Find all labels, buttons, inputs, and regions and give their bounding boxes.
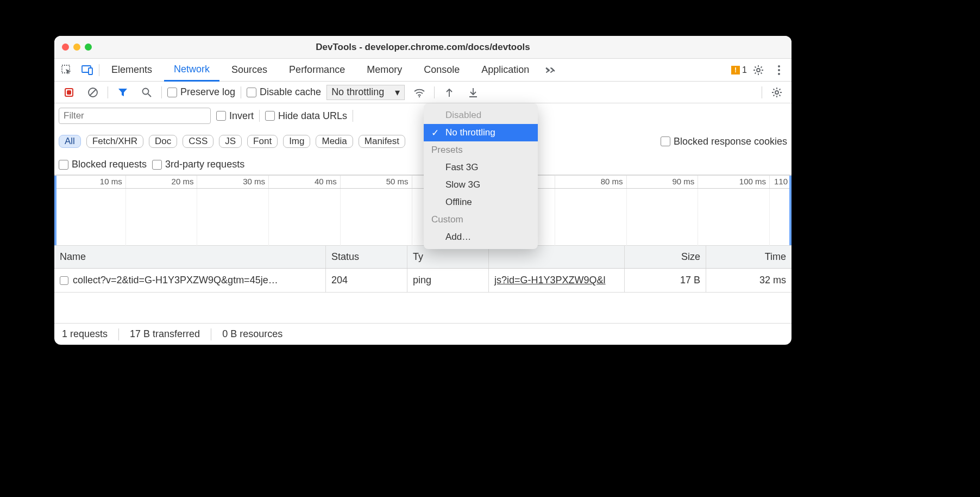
divider (259, 110, 260, 122)
preserve-log-label: Preserve log (180, 86, 235, 98)
timeline-left-handle[interactable] (54, 176, 56, 245)
blocked-requests-label: Blocked requests (72, 159, 147, 170)
titlebar: DevTools - developer.chrome.com/docs/dev… (54, 36, 791, 59)
header-name[interactable]: Name (54, 246, 326, 268)
divider (241, 86, 241, 98)
filter-type-all[interactable]: All (59, 135, 81, 148)
timeline-tick: 90 ms (627, 176, 699, 188)
svg-point-4 (778, 65, 780, 67)
issues-badge[interactable]: ! 1 (731, 65, 747, 75)
close-window-button[interactable] (62, 44, 69, 51)
throttling-option-fast-3g[interactable]: Fast 3G (424, 159, 538, 176)
maximize-window-button[interactable] (85, 44, 92, 51)
tab-network[interactable]: Network (164, 59, 219, 82)
svg-point-5 (778, 69, 780, 71)
filter-type-js[interactable]: JS (219, 135, 242, 148)
request-checkbox[interactable] (60, 276, 68, 285)
filter-icon[interactable] (114, 83, 132, 102)
filter-type-media[interactable]: Media (316, 135, 353, 148)
request-initiator[interactable]: js?id=G-H1Y3PXZW9Q&l (489, 269, 625, 292)
footer-resources: 0 B resources (222, 328, 282, 340)
divider (353, 110, 353, 122)
minimize-window-button[interactable] (73, 44, 80, 51)
throttling-select[interactable]: No throttling ▾ (326, 85, 405, 100)
timeline-tick: 100 ms (698, 176, 770, 188)
export-har-icon[interactable] (464, 83, 482, 102)
throttling-custom-header: Custom (424, 211, 538, 228)
clear-icon[interactable] (84, 83, 102, 102)
request-time: 32 ms (706, 269, 791, 292)
settings-icon[interactable] (749, 61, 768, 79)
filter-type-css[interactable]: CSS (183, 135, 213, 148)
request-name: collect?v=2&tid=G-H1Y3PXZW9Q&gtm=45je… (73, 275, 278, 286)
dropdown-triangle-icon: ▾ (395, 86, 400, 98)
timeline-tick: 80 ms (555, 176, 627, 188)
invert-checkbox[interactable]: Invert (216, 110, 254, 122)
hide-data-urls-label: Hide data URLs (278, 110, 347, 122)
timeline-tick: 50 ms (341, 176, 412, 188)
timeline-tick: 110 (770, 176, 791, 188)
filter-input[interactable] (59, 108, 211, 124)
header-time[interactable]: Time (706, 246, 791, 268)
svg-rect-2 (89, 68, 92, 74)
preserve-log-checkbox[interactable]: Preserve log (167, 86, 235, 98)
tab-performance[interactable]: Performance (279, 59, 355, 82)
tab-elements[interactable]: Elements (102, 59, 162, 82)
main-tabbar: Elements Network Sources Performance Mem… (54, 59, 791, 82)
svg-line-10 (148, 94, 152, 97)
header-size[interactable]: Size (625, 246, 706, 268)
request-status: 204 (326, 269, 407, 292)
filter-bar: Invert Hide data URLs All Fetch/XHR Doc … (54, 103, 791, 175)
requests-table-header: Name Status Ty Size Time (54, 246, 791, 269)
devtools-window: DevTools - developer.chrome.com/docs/dev… (54, 36, 791, 345)
network-toolbar: Preserve log Disable cache No throttling… (54, 82, 791, 103)
filter-type-fetch-xhr[interactable]: Fetch/XHR (86, 135, 143, 148)
issues-count: 1 (742, 65, 747, 75)
throttling-option-offline[interactable]: Offline (424, 194, 538, 211)
network-conditions-icon[interactable] (410, 83, 429, 102)
request-row[interactable]: collect?v=2&tid=G-H1Y3PXZW9Q&gtm=45je… 2… (54, 269, 791, 293)
timeline-right-handle[interactable] (789, 176, 791, 245)
window-title: DevTools - developer.chrome.com/docs/dev… (54, 42, 791, 53)
third-party-requests-checkbox[interactable]: 3rd-party requests (152, 159, 244, 170)
header-status[interactable]: Status (326, 246, 407, 268)
throttling-presets-header: Presets (424, 141, 538, 159)
header-initiator[interactable] (489, 246, 625, 268)
requests-table-body: collect?v=2&tid=G-H1Y3PXZW9Q&gtm=45je… 2… (54, 269, 791, 323)
third-party-label: 3rd-party requests (165, 159, 244, 170)
network-settings-icon[interactable] (768, 83, 786, 102)
filter-type-manifest[interactable]: Manifest (359, 135, 405, 148)
throttling-dropdown: Disabled No throttling Presets Fast 3G S… (424, 103, 538, 249)
blocked-requests-checkbox[interactable]: Blocked requests (59, 159, 147, 170)
filter-type-doc[interactable]: Doc (149, 135, 177, 148)
timeline-overview[interactable]: 10 ms 20 ms 30 ms 40 ms 50 ms 80 ms 90 m… (54, 175, 791, 246)
device-toggle-icon[interactable] (78, 61, 97, 79)
tab-console[interactable]: Console (414, 59, 469, 82)
divider (99, 64, 99, 76)
tab-sources[interactable]: Sources (222, 59, 277, 82)
invert-label: Invert (229, 110, 254, 122)
throttling-option-add[interactable]: Add… (424, 228, 538, 246)
more-tabs-icon[interactable] (541, 61, 560, 79)
hide-data-urls-checkbox[interactable]: Hide data URLs (265, 110, 347, 122)
inspect-element-icon[interactable] (58, 61, 76, 79)
import-har-icon[interactable] (440, 83, 458, 102)
timeline-tick: 20 ms (126, 176, 198, 188)
throttling-option-no-throttling[interactable]: No throttling (424, 124, 538, 141)
timeline-tick: 10 ms (54, 176, 126, 188)
svg-point-12 (775, 91, 778, 94)
search-icon[interactable] (137, 83, 156, 102)
svg-point-11 (419, 96, 420, 97)
blocked-response-cookies-checkbox[interactable]: Blocked response cookies (661, 136, 787, 147)
tab-memory[interactable]: Memory (357, 59, 412, 82)
disable-cache-checkbox[interactable]: Disable cache (247, 86, 321, 98)
filter-type-font[interactable]: Font (247, 135, 278, 148)
throttling-value: No throttling (331, 86, 384, 98)
tab-application[interactable]: Application (472, 59, 539, 82)
filter-type-img[interactable]: Img (283, 135, 310, 148)
header-type[interactable]: Ty (407, 246, 489, 268)
throttling-option-slow-3g[interactable]: Slow 3G (424, 176, 538, 194)
svg-point-3 (757, 69, 760, 72)
more-options-icon[interactable] (770, 61, 788, 79)
record-button[interactable] (60, 83, 78, 102)
